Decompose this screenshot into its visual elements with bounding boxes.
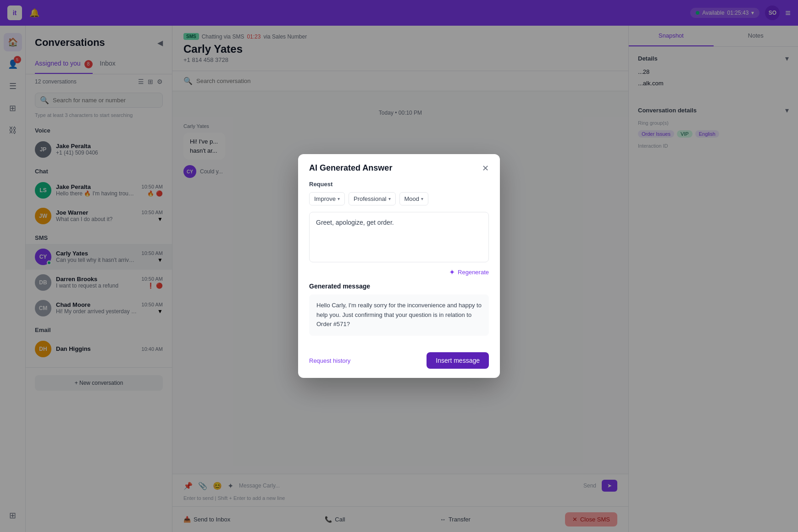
regenerate-button[interactable]: ✦ Regenerate [449, 268, 489, 277]
ai-modal: AI Generated Answer ✕ Request Improve ▾ … [298, 154, 500, 378]
modal-footer: Request history Insert message [298, 345, 500, 378]
professional-dropdown[interactable]: Professional ▾ [349, 192, 396, 205]
chevron-down-icon: ▾ [388, 196, 391, 201]
insert-message-button[interactable]: Insert message [427, 352, 489, 369]
modal-header: AI Generated Answer ✕ [298, 154, 500, 181]
sparkle-icon: ✦ [449, 268, 455, 277]
modal-controls: Improve ▾ Professional ▾ Mood ▾ [309, 192, 489, 205]
mood-dropdown[interactable]: Mood ▾ [399, 192, 429, 205]
request-history-button[interactable]: Request history [309, 357, 350, 364]
modal-close-button[interactable]: ✕ [482, 163, 489, 173]
chevron-down-icon: ▾ [338, 196, 340, 201]
generated-section: Generated message Hello Carly, I'm reall… [309, 283, 489, 336]
modal-body: Request Improve ▾ Professional ▾ Mood ▾ … [298, 181, 500, 345]
generated-label: Generated message [309, 283, 489, 290]
generated-content: Hello Carly, I'm really sorry for the in… [309, 294, 489, 336]
modal-title: AI Generated Answer [309, 163, 392, 173]
request-label: Request [309, 181, 489, 188]
modal-overlay: AI Generated Answer ✕ Request Improve ▾ … [0, 0, 798, 532]
chevron-down-icon: ▾ [421, 196, 423, 201]
textarea-wrap: Greet, apologize, get order. ✦ Regenerat… [309, 212, 489, 264]
request-textarea[interactable]: Greet, apologize, get order. [309, 212, 489, 262]
improve-dropdown[interactable]: Improve ▾ [309, 192, 345, 205]
